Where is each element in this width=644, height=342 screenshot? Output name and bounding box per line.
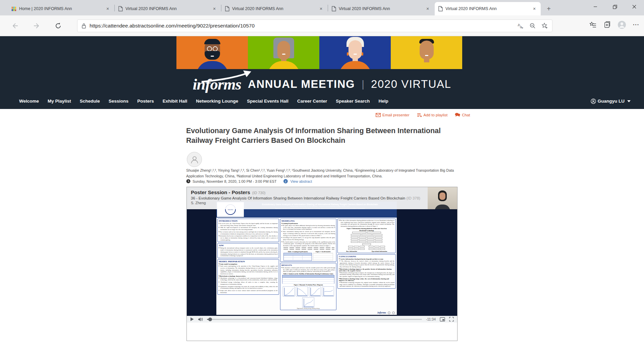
fullscreen-button[interactable] (449, 317, 454, 322)
conclusion-body: The difference between the carrier's cho… (339, 260, 394, 268)
section-title: AIM (219, 244, 278, 247)
tab-title: Virtual 2020 INFORMS Ann (445, 6, 529, 11)
time-remaining: -11:34 (426, 317, 436, 321)
informs-wordmark: informs (377, 311, 386, 314)
list-item: According to the payout matrix, we can g… (281, 237, 335, 240)
equation-placeholder (283, 247, 334, 248)
list-item[interactable]: Help (374, 96, 393, 106)
browser-toolbar: https://cattendee.abstractsonline.com/me… (0, 15, 644, 36)
document-favicon-icon (118, 6, 123, 11)
list-item[interactable]: Posters (133, 96, 158, 106)
banner-person-4 (391, 36, 462, 69)
poster-footer-logos: informs (377, 311, 395, 314)
picture-in-picture-button[interactable] (440, 317, 445, 322)
list-item[interactable]: Exhibit Hall (158, 96, 192, 106)
banner-people-illustration (176, 36, 462, 69)
tab-close-icon[interactable]: ✕ (318, 6, 324, 12)
add-to-playlist-link[interactable]: Add to playlist (417, 113, 448, 117)
modeling-section: MODELING Gaming Payoff matrix The game p… (280, 219, 336, 262)
collections-icon[interactable] (603, 21, 611, 28)
refresh-button[interactable] (54, 21, 63, 31)
zoom-out-icon[interactable] (529, 22, 536, 29)
model-preparation-section: MODEL PREPARATION Game model assumptions… (217, 259, 279, 295)
banner-person-2 (248, 36, 319, 69)
list-item[interactable]: Welcome (19, 96, 43, 106)
partner-logo-icon (392, 311, 395, 314)
list-item: The game player can obtain additional sh… (281, 225, 335, 230)
seek-thumb[interactable] (208, 318, 212, 321)
list-item: Asymmetric encryption technology can ens… (219, 286, 278, 289)
list-item[interactable]: Special Events Hall (243, 96, 293, 106)
url-text[interactable]: https://cattendee.abstractsonline.com/me… (90, 23, 512, 29)
chat-link[interactable]: Chat (455, 113, 470, 117)
list-item[interactable]: Sessions (104, 96, 133, 106)
section-title: RESULTS (281, 264, 335, 267)
tab-virtual-1[interactable]: Virtual 2020 INFORMS Ann ✕ (115, 2, 221, 15)
item-title: 36 - Evolutionary Game Analysis Of Infor… (191, 196, 405, 200)
envelope-icon (376, 113, 381, 117)
add-favorite-star-icon[interactable] (541, 22, 548, 29)
toolbar-right-icons: ··· (589, 20, 639, 29)
table1-graphic (283, 253, 312, 261)
banner-person-1 (176, 36, 248, 69)
tab-close-icon[interactable]: ✕ (211, 6, 217, 12)
user-name: Guangyu LU (598, 99, 625, 104)
window-restore-button[interactable] (605, 0, 625, 13)
list-item[interactable]: Networking Lounge (192, 96, 243, 106)
person-silhouette-icon (190, 155, 199, 164)
edition-label: 2020 VIRTUAL (371, 78, 451, 91)
tab-close-icon[interactable]: ✕ (105, 6, 111, 12)
settings-menu-icon[interactable]: ··· (633, 22, 639, 28)
view-abstract-link[interactable]: View abstract (290, 179, 312, 183)
forward-button[interactable] (32, 21, 42, 31)
introduction-bullets: In recent years, the China-Europe Expres… (219, 223, 278, 241)
favorites-list-icon[interactable] (589, 21, 597, 28)
user-menu[interactable]: Guangyu LU (591, 99, 631, 104)
tab-virtual-4-active[interactable]: Virtual 2020 INFORMS Ann ✕ (435, 2, 541, 15)
figure2-phase-diagrams (281, 286, 335, 307)
conclusion-lead: Blockchain technology helps reduce the c… (339, 278, 394, 281)
architecture-section: The idea of this information sharing pla… (337, 219, 396, 253)
results-bullets: The dynamic evolution path will move fro… (281, 267, 335, 273)
info-icon: i (283, 179, 288, 183)
lock-icon[interactable] (82, 23, 86, 28)
operational-information-label: Operational information (372, 250, 387, 252)
tab-title: Home | 2020 INFORMS Ann (19, 6, 102, 11)
volume-icon[interactable] (198, 317, 203, 322)
list-item: The Jacobi matrix is used to determine t… (281, 241, 335, 247)
address-bar[interactable]: https://cattendee.abstractsonline.com/me… (77, 19, 552, 32)
video-display[interactable]: SWJTU Evolutionary Game Analysis of Info… (187, 187, 457, 316)
tab-close-icon[interactable]: ✕ (425, 6, 431, 12)
list-item[interactable]: Speaker Search (331, 96, 374, 106)
results-section: RESULTS The dynamic evolution path will … (280, 263, 336, 310)
architecture-bullets: The idea of this information sharing pla… (339, 220, 394, 227)
window-minimize-button[interactable] (586, 0, 605, 13)
tab-virtual-2[interactable]: Virtual 2020 INFORMS Ann ✕ (221, 2, 327, 15)
seek-slider[interactable] (207, 319, 422, 320)
window-close-button[interactable] (625, 0, 644, 13)
profile-avatar-icon[interactable] (618, 20, 626, 29)
table2-caption: Table 2 Analysis on the Stability of Inf… (281, 273, 335, 275)
play-button[interactable] (190, 317, 194, 321)
section-title: MODEL PREPARATION (219, 260, 278, 263)
new-tab-button[interactable]: + (544, 4, 553, 13)
schedule-text: Sunday, November 8, 2020, 1:00 PM - 3:00… (193, 179, 277, 183)
list-item[interactable]: Career Center (293, 96, 331, 106)
back-button[interactable] (10, 21, 19, 31)
tab-title: Virtual 2020 INFORMS Ann (232, 6, 315, 11)
informs-logo: informs (193, 75, 241, 93)
tab-close-icon[interactable]: ✕ (531, 6, 537, 12)
tab-virtual-3[interactable]: Virtual 2020 INFORMS Ann ✕ (328, 2, 434, 15)
main-navigation: WelcomeMy PlaylistScheduleSessionsPoster… (19, 96, 631, 106)
translate-icon[interactable]: あa (517, 23, 524, 29)
list-item: Blockchain technology is a decentralized… (219, 277, 278, 281)
list-item[interactable]: Schedule (75, 96, 104, 106)
section-title: CONCLUSIONS (339, 255, 394, 258)
email-presenter-link[interactable]: Email presenter (376, 113, 410, 117)
poster-column-3: The idea of this information sharing pla… (337, 219, 396, 311)
tab-home[interactable]: Home | 2020 INFORMS Ann ✕ (8, 2, 114, 15)
nav-items: WelcomeMy PlaylistScheduleSessionsPoster… (19, 96, 393, 106)
document-favicon-icon (331, 6, 336, 11)
list-item[interactable]: My Playlist (43, 96, 75, 106)
figure1-graphic (313, 253, 333, 261)
